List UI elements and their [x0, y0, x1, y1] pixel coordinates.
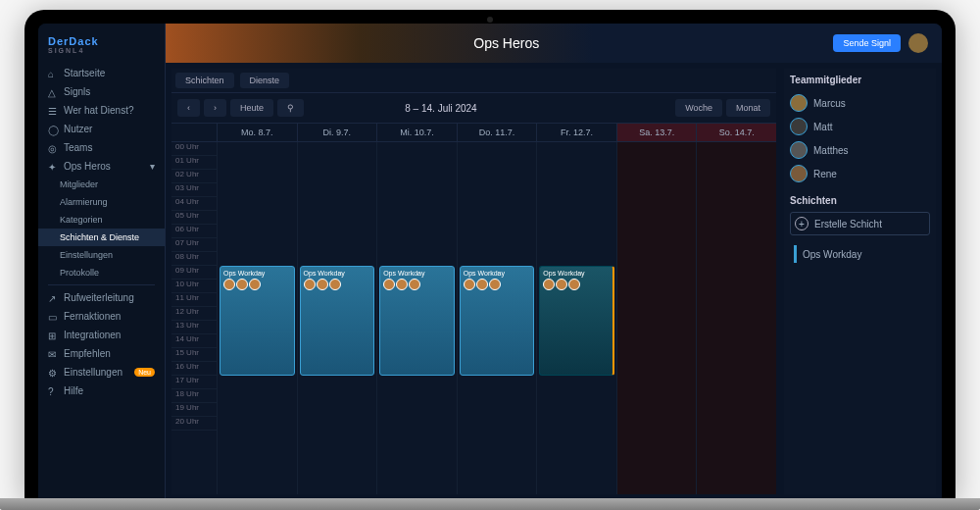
nav-hilfe[interactable]: ?Hilfe: [38, 382, 165, 400]
remote-icon: ▭: [48, 312, 58, 322]
day-column-tue[interactable]: Ops Workday: [297, 142, 377, 494]
day-header-weekend: So. 14.7.: [696, 124, 776, 141]
day-column-sat[interactable]: [616, 142, 697, 494]
create-shift-button[interactable]: +Erstelle Schicht: [790, 212, 930, 235]
new-badge: Neu: [134, 368, 155, 377]
filter-button[interactable]: ⚲: [277, 99, 304, 117]
avatar: [790, 165, 808, 182]
avatar: [790, 118, 808, 135]
day-header: Fr. 12.7.: [536, 124, 616, 141]
nav-team-einstellungen[interactable]: Einstellungen: [38, 246, 165, 264]
tab-schichten[interactable]: Schichten: [175, 73, 234, 88]
day-header: Mi. 10.7.: [376, 124, 457, 141]
day-header: Do. 11.7.: [457, 124, 537, 141]
date-range-label: 8 – 14. Juli 2024: [405, 103, 476, 114]
day-column-wed[interactable]: Ops Workday: [376, 142, 457, 494]
shift-block[interactable]: Ops Workday: [220, 266, 295, 376]
send-signl-button[interactable]: Sende Signl: [833, 34, 901, 52]
member-row[interactable]: Matt: [790, 115, 930, 138]
shift-type-item[interactable]: Ops Workday: [790, 241, 930, 267]
shifts-heading: Schichten: [790, 195, 930, 206]
chevron-down-icon: ▾: [150, 161, 155, 172]
plug-icon: ⊞: [48, 331, 58, 340]
day-column-sun[interactable]: [696, 142, 776, 494]
nav-wer-hat-dienst[interactable]: ☰Wer hat Dienst?: [38, 101, 165, 120]
view-week-button[interactable]: Woche: [675, 99, 722, 117]
avatar: [790, 94, 808, 112]
share-icon: ✉: [48, 349, 58, 359]
tab-dienste[interactable]: Dienste: [240, 73, 290, 88]
shift-block[interactable]: Ops Workday: [539, 266, 614, 376]
calendar-view: Schichten Dienste ‹ › Heute ⚲ 8 – 14. Ju…: [172, 69, 776, 494]
page-header: Ops Heros Sende Signl: [166, 24, 942, 63]
plus-icon: +: [795, 217, 808, 230]
gear-icon: ⚙: [48, 368, 58, 378]
home-icon: ⌂: [48, 69, 58, 78]
nav-signls[interactable]: △Signls: [38, 82, 165, 101]
nav-schichten-dienste[interactable]: Schichten & Dienste: [38, 229, 165, 246]
day-header: Di. 9.7.: [297, 124, 377, 141]
nav-alarmierung[interactable]: Alarmierung: [38, 193, 165, 211]
today-button[interactable]: Heute: [230, 99, 273, 117]
shift-block[interactable]: Ops Workday: [460, 266, 535, 376]
forward-icon: ↗: [48, 293, 58, 303]
day-header: Mo. 8.7.: [217, 124, 297, 141]
hour-labels: 00 Uhr01 Uhr02 Uhr03 Uhr04 Uhr05 Uhr06 U…: [172, 142, 217, 494]
right-panel: Teammitglieder Marcus Matt Matthes Rene …: [784, 69, 936, 494]
nav-team-ops-heros[interactable]: ✦Ops Heros▾: [38, 157, 165, 176]
members-heading: Teammitglieder: [790, 75, 930, 85]
help-icon: ?: [48, 386, 58, 396]
nav-protokolle[interactable]: Protokolle: [38, 264, 165, 281]
user-icon: ◯: [48, 125, 58, 134]
color-swatch: [794, 245, 797, 263]
member-row[interactable]: Marcus: [790, 91, 930, 115]
day-column-mon[interactable]: Ops Workday: [217, 142, 297, 494]
day-header-weekend: Sa. 13.7.: [616, 124, 697, 141]
nav-kategorien[interactable]: Kategorien: [38, 211, 165, 229]
team-icon: ✦: [48, 162, 58, 172]
brand-logo: DerDack SIGNL4: [38, 31, 165, 64]
member-row[interactable]: Matthes: [790, 138, 930, 162]
nav-rufweiterleitung[interactable]: ↗Rufweiterleitung: [38, 288, 165, 307]
nav-nutzer[interactable]: ◯Nutzer: [38, 120, 165, 138]
day-column-thu[interactable]: Ops Workday: [457, 142, 537, 494]
avatar: [790, 141, 808, 159]
nav-integrationen[interactable]: ⊞Integrationen: [38, 326, 165, 344]
main-content: Ops Heros Sende Signl Schichten Dienste …: [166, 24, 942, 500]
view-month-button[interactable]: Monat: [726, 99, 770, 117]
page-title: Ops Heros: [473, 35, 539, 51]
nav-fernaktionen[interactable]: ▭Fernaktionen: [38, 307, 165, 326]
nav-empfehlen[interactable]: ✉Empfehlen: [38, 344, 165, 363]
nav-einstellungen[interactable]: ⚙EinstellungenNeu: [38, 363, 165, 382]
day-column-fri[interactable]: Ops Workday: [536, 142, 616, 494]
user-avatar[interactable]: [908, 33, 928, 53]
member-row[interactable]: Rene: [790, 162, 930, 185]
shift-block[interactable]: Ops Workday: [300, 266, 375, 376]
shift-block[interactable]: Ops Workday: [379, 266, 455, 376]
bell-icon: △: [48, 87, 58, 97]
duty-icon: ☰: [48, 106, 58, 116]
nav-mitglieder[interactable]: Mitglieder: [38, 176, 165, 193]
nav-startseite[interactable]: ⌂Startseite: [38, 64, 165, 82]
sidebar: DerDack SIGNL4 ⌂Startseite △Signls ☰Wer …: [38, 24, 166, 500]
nav-teams[interactable]: ◎Teams: [38, 138, 165, 157]
next-button[interactable]: ›: [204, 99, 226, 117]
prev-button[interactable]: ‹: [177, 99, 200, 117]
teams-icon: ◎: [48, 143, 58, 153]
